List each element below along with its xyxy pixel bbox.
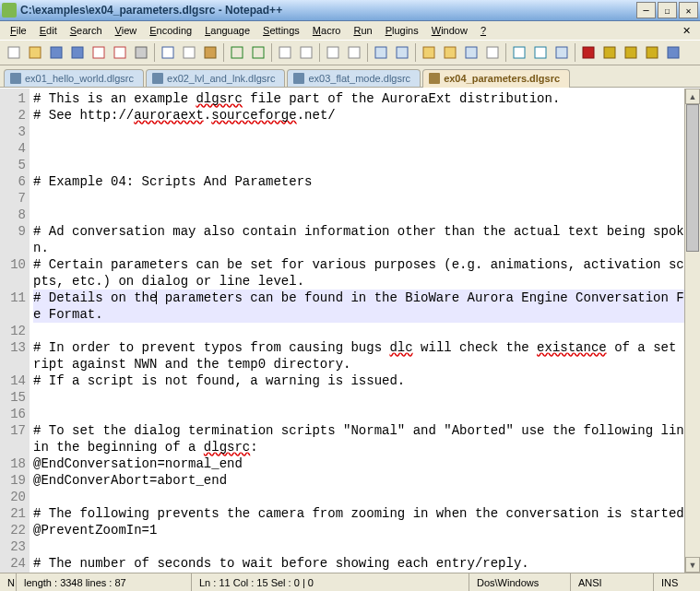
- scroll-up-button[interactable]: ▲: [685, 89, 700, 104]
- close-button[interactable]: [89, 42, 109, 63]
- tab-label: ex04_parameters.dlgsrc: [444, 73, 560, 84]
- zoom-out-button[interactable]: [344, 42, 364, 63]
- code-line[interactable]: [33, 389, 700, 406]
- code-line[interactable]: [33, 190, 700, 207]
- allchars-button[interactable]: [440, 42, 460, 63]
- menu-macro[interactable]: Macro: [306, 23, 348, 38]
- code-line[interactable]: [33, 323, 700, 339]
- menubar-close-doc[interactable]: ✕: [677, 23, 696, 39]
- open-button[interactable]: [25, 42, 45, 63]
- menu-run[interactable]: Run: [347, 23, 378, 38]
- menu-edit[interactable]: Edit: [33, 23, 64, 38]
- sync-v-button[interactable]: [371, 42, 391, 63]
- indent-guide-button[interactable]: [461, 42, 481, 63]
- code-area[interactable]: # This is an example dlgsrc file part of…: [30, 89, 700, 573]
- code-line[interactable]: [33, 489, 700, 505]
- stop-icon: [602, 45, 617, 60]
- code-line[interactable]: # Ad conversation may also contain infor…: [33, 223, 700, 256]
- undo-button[interactable]: [227, 42, 247, 63]
- code-line[interactable]: [33, 124, 700, 140]
- line-number: 5: [0, 157, 26, 173]
- unfold-button[interactable]: [530, 42, 551, 63]
- line-number: 23: [0, 538, 26, 555]
- code-line[interactable]: # To set the dialog termination scripts …: [33, 422, 700, 455]
- zoom-in-button[interactable]: [323, 42, 343, 63]
- editor[interactable]: 123456789101112131415161718192021222324 …: [0, 88, 700, 573]
- menu-encoding[interactable]: Encoding: [143, 23, 198, 38]
- code-line[interactable]: @EndConversation=normal_end: [33, 455, 700, 472]
- save-macro-button[interactable]: [663, 42, 683, 63]
- window-titlebar: C:\examples\ex04_parameters.dlgsrc - Not…: [0, 0, 700, 21]
- code-line[interactable]: [33, 140, 700, 157]
- menu-settings[interactable]: Settings: [256, 23, 306, 38]
- code-line[interactable]: # The number of seconds to wait before s…: [33, 555, 700, 572]
- sync-h-button[interactable]: [392, 42, 412, 63]
- save-button[interactable]: [46, 42, 66, 63]
- code-line[interactable]: @EndConverAbort=abort_end: [33, 472, 700, 489]
- menu-file[interactable]: File: [4, 23, 33, 38]
- save-all-button[interactable]: [67, 42, 88, 63]
- code-line[interactable]: [33, 157, 700, 173]
- find-button[interactable]: [275, 42, 295, 63]
- redo-button[interactable]: [248, 42, 268, 63]
- code-line[interactable]: # Details on the parameters can be found…: [33, 290, 700, 323]
- copy-button[interactable]: [179, 42, 199, 63]
- record-button[interactable]: [578, 42, 599, 63]
- tab-ex04_parameters-dlgsrc[interactable]: ex04_parameters.dlgsrc: [422, 69, 570, 88]
- new-button[interactable]: [4, 42, 24, 63]
- replace-button[interactable]: [296, 42, 316, 63]
- code-line[interactable]: # If a script is not found, a warning is…: [33, 372, 700, 389]
- cut-button[interactable]: [158, 42, 178, 63]
- menu-language[interactable]: Language: [198, 23, 256, 38]
- code-line[interactable]: @PreventZoomIn=1: [33, 522, 700, 538]
- code-line[interactable]: [33, 538, 700, 555]
- fold-button[interactable]: [509, 42, 529, 63]
- toolbar: [0, 40, 700, 65]
- menu-search[interactable]: Search: [64, 23, 109, 38]
- scroll-down-button[interactable]: ▼: [685, 557, 700, 573]
- svg-rect-12: [279, 47, 291, 58]
- paste-button[interactable]: [200, 42, 220, 63]
- toolbar-separator: [367, 43, 368, 62]
- svg-rect-22: [514, 47, 525, 58]
- line-number: 18: [0, 455, 26, 472]
- code-line[interactable]: # Certain parameters can be set for vari…: [33, 256, 700, 290]
- copy-icon: [182, 45, 196, 60]
- tab-ex01_hello_world-dlgsrc[interactable]: ex01_hello_world.dlgsrc: [4, 69, 144, 87]
- find-icon: [278, 45, 292, 60]
- menu-window[interactable]: Window: [425, 23, 474, 38]
- file-icon: [10, 73, 21, 84]
- maximize-button[interactable]: ☐: [658, 2, 677, 18]
- vertical-scrollbar[interactable]: ▲ ▼: [684, 89, 700, 573]
- code-line[interactable]: # See http://auroraext.sourceforge.net/: [33, 107, 700, 124]
- stop-button[interactable]: [599, 42, 620, 63]
- close-button[interactable]: ✕: [679, 2, 698, 18]
- svg-rect-6: [136, 47, 147, 58]
- toolbar-separator: [575, 43, 575, 62]
- menu-plugins[interactable]: Plugins: [379, 23, 425, 38]
- code-line[interactable]: # The following prevents the camera from…: [33, 505, 700, 522]
- play-multi-button[interactable]: [642, 42, 662, 63]
- code-line[interactable]: # Example 04: Scripts And Parameters: [33, 173, 700, 190]
- print-button[interactable]: [131, 42, 151, 63]
- code-line[interactable]: [33, 207, 700, 223]
- tab-ex03_flat_mode-dlgsrc[interactable]: ex03_flat_mode.dlgsrc: [287, 69, 421, 87]
- minimize-button[interactable]: ─: [636, 2, 656, 18]
- tab-ex02_lvl_and_lnk-dlgsrc[interactable]: ex02_lvl_and_lnk.dlgsrc: [146, 69, 285, 87]
- line-number: 16: [0, 406, 26, 422]
- scroll-thumb[interactable]: [686, 104, 699, 252]
- doc-map-button[interactable]: [552, 42, 572, 63]
- code-line[interactable]: [33, 406, 700, 422]
- close-all-button[interactable]: [110, 42, 130, 63]
- app-icon: [2, 3, 17, 18]
- line-number: 12: [0, 323, 26, 339]
- play-button[interactable]: [621, 42, 641, 63]
- menu-view[interactable]: View: [109, 23, 144, 38]
- code-line[interactable]: # In order to prevent typos from causing…: [33, 339, 700, 372]
- menu-help[interactable]: ?: [474, 23, 492, 38]
- zoom-out-icon: [347, 45, 362, 60]
- wordwrap-button[interactable]: [419, 42, 439, 63]
- svg-rect-17: [397, 47, 408, 58]
- lang-button[interactable]: [482, 42, 503, 63]
- code-line[interactable]: # This is an example dlgsrc file part of…: [33, 90, 700, 107]
